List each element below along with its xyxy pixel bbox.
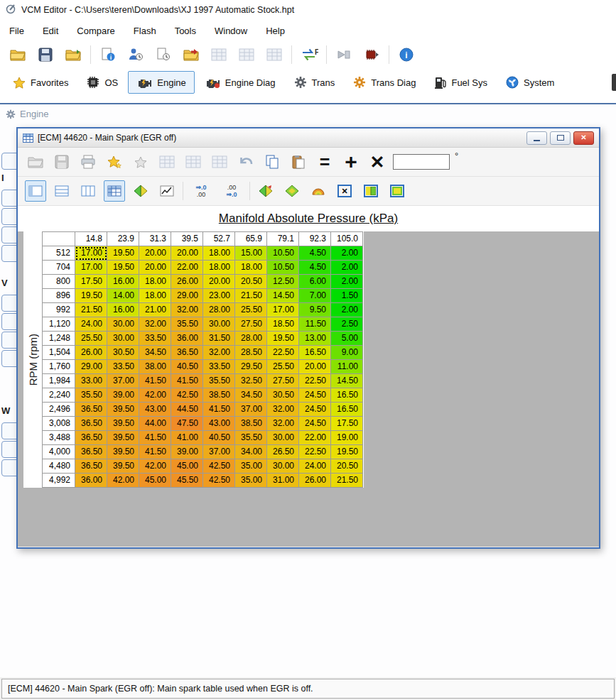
table-cell[interactable]: 9.00 bbox=[331, 346, 363, 360]
table-cell[interactable]: 23.00 bbox=[203, 289, 235, 303]
table-cell[interactable]: 19.50 bbox=[267, 332, 299, 346]
table-cell[interactable]: 39.50 bbox=[107, 417, 139, 431]
close-button[interactable]: ✕ bbox=[573, 131, 594, 145]
row-header[interactable]: 3,008 bbox=[43, 417, 75, 431]
table-cell[interactable]: 20.00 bbox=[139, 261, 171, 275]
user-log-button[interactable] bbox=[125, 44, 146, 65]
table-cell[interactable]: 32.50 bbox=[235, 374, 267, 388]
table-cell[interactable]: 6.00 bbox=[299, 275, 331, 289]
nav-trans[interactable]: Trans bbox=[286, 71, 344, 94]
table-cell[interactable]: 42.50 bbox=[203, 459, 235, 474]
table-cell[interactable]: 33.00 bbox=[75, 374, 107, 388]
table-cell[interactable]: 14.50 bbox=[331, 374, 363, 388]
table-cell[interactable]: 21.00 bbox=[139, 303, 171, 317]
table-cell[interactable]: 18.00 bbox=[203, 261, 235, 275]
table-cell[interactable]: 14.50 bbox=[267, 289, 299, 303]
table-cell[interactable]: 20.50 bbox=[235, 275, 267, 289]
col-header[interactable]: 23.9 bbox=[107, 232, 139, 246]
table-cell[interactable]: 19.50 bbox=[107, 261, 139, 275]
table-cell[interactable]: 41.50 bbox=[139, 374, 171, 388]
color-solid-button[interactable] bbox=[387, 180, 408, 202]
table-cell[interactable]: 39.50 bbox=[107, 445, 139, 459]
table-cell[interactable]: 22.50 bbox=[299, 374, 331, 388]
table-cell[interactable]: 25.50 bbox=[267, 360, 299, 374]
table-cell[interactable]: 36.50 bbox=[75, 431, 107, 445]
table-cell[interactable]: 1.50 bbox=[331, 289, 363, 303]
table-cell[interactable]: 19.50 bbox=[331, 445, 363, 459]
table-cell[interactable]: 19.50 bbox=[107, 246, 139, 261]
table-cell[interactable]: 42.00 bbox=[107, 474, 139, 488]
row-header[interactable]: 4,000 bbox=[43, 445, 75, 459]
table-cell[interactable]: 34.50 bbox=[139, 346, 171, 360]
table-cell[interactable]: 2.00 bbox=[331, 261, 363, 275]
paste-button[interactable] bbox=[288, 151, 309, 173]
print-button[interactable] bbox=[77, 151, 99, 173]
table-cell[interactable]: 24.00 bbox=[75, 317, 107, 332]
table-cell[interactable]: 30.50 bbox=[107, 346, 139, 360]
table-cell[interactable]: 24.50 bbox=[299, 388, 331, 403]
table-cell[interactable]: 36.50 bbox=[171, 346, 203, 360]
table-cell[interactable]: 32.00 bbox=[267, 403, 299, 417]
row-header[interactable]: 4,992 bbox=[43, 474, 75, 488]
table-cell[interactable]: 33.50 bbox=[139, 332, 171, 346]
restore-button[interactable] bbox=[550, 131, 571, 145]
row-header[interactable]: 800 bbox=[43, 275, 75, 289]
col-header[interactable]: 92.3 bbox=[299, 232, 331, 246]
table-cell[interactable]: 30.00 bbox=[203, 317, 235, 332]
row-header[interactable]: 512 bbox=[43, 246, 75, 261]
row-header[interactable]: 1,504 bbox=[43, 346, 75, 360]
table-cell[interactable]: 39.00 bbox=[171, 445, 203, 459]
table-cell[interactable]: 21.50 bbox=[235, 289, 267, 303]
table-cell[interactable]: 20.00 bbox=[203, 275, 235, 289]
table-cell[interactable]: 14.00 bbox=[107, 289, 139, 303]
table-cell[interactable]: 42.00 bbox=[139, 388, 171, 403]
table-cell[interactable]: 34.50 bbox=[235, 388, 267, 403]
table-cell[interactable]: 19.50 bbox=[75, 289, 107, 303]
table-cell[interactable]: 37.00 bbox=[107, 374, 139, 388]
table-cell[interactable]: 36.00 bbox=[171, 332, 203, 346]
color-surface-a-button[interactable] bbox=[255, 180, 276, 202]
view-chart-button[interactable] bbox=[156, 180, 178, 202]
table-cell[interactable]: 17.00 bbox=[75, 261, 107, 275]
table-cell[interactable]: 36.50 bbox=[75, 445, 107, 459]
col-header[interactable]: 39.5 bbox=[171, 232, 203, 246]
table-cell[interactable]: 29.00 bbox=[75, 360, 107, 374]
table-cell[interactable]: 45.50 bbox=[171, 474, 203, 488]
table-cell[interactable]: 26.00 bbox=[299, 474, 331, 488]
table-cell[interactable]: 41.50 bbox=[171, 374, 203, 388]
nav-trans-diag[interactable]: Trans Diag bbox=[345, 71, 424, 94]
table-option-b-button[interactable] bbox=[183, 151, 204, 173]
table-cell[interactable]: 21.50 bbox=[331, 474, 363, 488]
add-value-button[interactable]: + bbox=[340, 151, 362, 173]
nav-engine[interactable]: Engine bbox=[128, 71, 194, 94]
color-surface-b-button[interactable] bbox=[281, 180, 303, 202]
open-recent-button[interactable] bbox=[63, 44, 84, 65]
open-table-button[interactable] bbox=[25, 151, 46, 173]
color-split-button[interactable] bbox=[360, 180, 382, 202]
table-cell[interactable]: 42.00 bbox=[139, 459, 171, 474]
undo-button[interactable] bbox=[235, 151, 256, 173]
child-titlebar[interactable]: [ECM] 44620 - Main Spark (EGR off) ✕ bbox=[18, 128, 599, 148]
nav-os[interactable]: OS bbox=[78, 71, 126, 94]
table-cell[interactable]: 24.00 bbox=[299, 459, 331, 474]
table-cell[interactable]: 16.50 bbox=[299, 346, 331, 360]
read-vehicle-button[interactable] bbox=[333, 44, 355, 65]
row-header[interactable]: 4,480 bbox=[43, 459, 75, 474]
menu-edit[interactable]: Edit bbox=[33, 21, 67, 40]
table-cell[interactable]: 41.50 bbox=[139, 431, 171, 445]
table-cell[interactable]: 5.00 bbox=[331, 332, 363, 346]
color-gradient-button[interactable] bbox=[308, 180, 329, 202]
menu-help[interactable]: Help bbox=[256, 21, 294, 40]
table-cell[interactable]: 10.50 bbox=[267, 261, 299, 275]
table-cell[interactable]: 15.00 bbox=[235, 246, 267, 261]
table-cell[interactable]: 24.50 bbox=[299, 403, 331, 417]
table-a-button[interactable] bbox=[208, 44, 229, 65]
table-cell[interactable]: 30.00 bbox=[267, 459, 299, 474]
file-log-button[interactable] bbox=[153, 44, 174, 65]
table-cell[interactable]: 4.50 bbox=[299, 246, 331, 261]
table-cell[interactable]: 25.50 bbox=[235, 303, 267, 317]
table-cell[interactable]: 18.00 bbox=[139, 275, 171, 289]
table-cell[interactable]: 45.00 bbox=[171, 459, 203, 474]
decrease-decimals-button[interactable]: ⇒.0 .00 bbox=[188, 181, 214, 201]
row-header[interactable]: 2,240 bbox=[43, 388, 75, 403]
